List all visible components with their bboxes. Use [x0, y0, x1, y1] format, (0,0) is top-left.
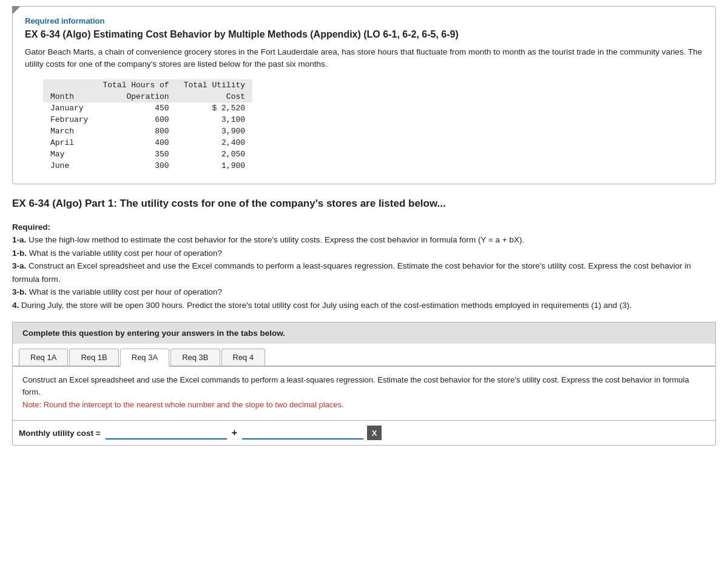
- tab-main-text: Construct an Excel spreadsheet and use t…: [22, 374, 706, 399]
- table-row: January 450 $ 2,520: [43, 102, 252, 114]
- part-title: EX 6-34 (Algo) Part 1: The utility costs…: [12, 198, 716, 210]
- page-wrapper: Required information EX 6-34 (Algo) Esti…: [12, 6, 716, 446]
- tab-req3a[interactable]: Req 3A: [120, 349, 169, 367]
- answer-row: Monthly utility cost = + X: [13, 420, 715, 445]
- required-header: Required:: [12, 222, 50, 232]
- table-row: March 800 3,900: [43, 125, 252, 137]
- hours-cell: 400: [95, 137, 176, 149]
- x-label: X: [372, 429, 377, 438]
- table-row: May 350 2,050: [43, 149, 252, 160]
- hours-cell: 800: [95, 125, 176, 137]
- requirements-list: 1-a. Use the high-low method to estimate…: [12, 233, 716, 312]
- tab-req4[interactable]: Req 4: [221, 349, 266, 366]
- ex-title: EX 6-34 (Algo) Estimating Cost Behavior …: [25, 29, 703, 40]
- cost-cell: $ 2,520: [177, 102, 252, 114]
- tab-content: Construct an Excel spreadsheet and use t…: [13, 367, 715, 420]
- month-cell: January: [43, 102, 95, 114]
- data-table: Total Hours of Total Utility Month Opera…: [43, 79, 252, 172]
- table-body: January 450 $ 2,520 February 600 3,100 M…: [43, 102, 252, 172]
- requirement-3a: 3-a. Construct an Excel spreadsheet and …: [12, 259, 716, 286]
- month-cell: March: [43, 125, 95, 137]
- requirement-1a: 1-a. Use the high-low method to estimate…: [12, 233, 716, 247]
- requirement-3b: 3-b. What is the variable utility cost p…: [12, 286, 716, 299]
- col2-header2: Operation: [95, 91, 176, 102]
- table-header-bottom: Month Operation Cost: [43, 91, 252, 102]
- required-info-box: Required information EX 6-34 (Algo) Esti…: [12, 6, 716, 184]
- tab-req1a[interactable]: Req 1A: [19, 349, 68, 366]
- requirement-4: 4. During July, the store will be open 3…: [12, 299, 716, 312]
- required-label: Required information: [25, 16, 703, 25]
- tabs-row: Req 1AReq 1BReq 3AReq 3BReq 4: [13, 344, 715, 367]
- req-text-1a: Use the high-low method to estimate the …: [26, 235, 524, 244]
- cost-cell: 1,900: [177, 160, 252, 172]
- cost-cell: 3,100: [177, 114, 252, 125]
- cost-cell: 2,050: [177, 149, 252, 160]
- complete-header: Complete this question by entering your …: [13, 323, 715, 344]
- corner-decoration: [12, 6, 21, 15]
- month-cell: April: [43, 137, 95, 149]
- hours-cell: 600: [95, 114, 176, 125]
- answer-input-2[interactable]: [242, 426, 363, 440]
- complete-box: Complete this question by entering your …: [12, 322, 716, 446]
- table-header-top: Total Hours of Total Utility: [43, 79, 252, 91]
- x-button[interactable]: X: [367, 426, 382, 440]
- table-row: February 600 3,100: [43, 114, 252, 125]
- plus-sign: +: [232, 427, 237, 438]
- hours-cell: 300: [95, 160, 176, 172]
- month-cell: June: [43, 160, 95, 172]
- description: Gator Beach Marts, a chain of convenienc…: [25, 46, 703, 71]
- table-row: June 300 1,900: [43, 160, 252, 172]
- requirement-1b: 1-b. What is the variable utility cost p…: [12, 247, 716, 260]
- month-cell: May: [43, 149, 95, 160]
- cost-cell: 2,400: [177, 137, 252, 149]
- req-label-1b: 1-b.: [12, 249, 27, 258]
- req-label-3a: 3-a.: [12, 261, 26, 270]
- col3-header1: Total Utility: [177, 79, 252, 91]
- tab-req1b[interactable]: Req 1B: [69, 349, 118, 366]
- req-text-3a: Construct an Excel spreadsheet and use t…: [12, 261, 691, 284]
- table-row: April 400 2,400: [43, 137, 252, 149]
- col1-header1: [43, 79, 95, 91]
- req-label-4: 4.: [12, 301, 19, 310]
- tab-req3b[interactable]: Req 3B: [170, 349, 220, 366]
- col3-header2: Cost: [177, 91, 252, 102]
- month-cell: February: [43, 114, 95, 125]
- req-text-3b: What is the variable utility cost per ho…: [27, 287, 222, 296]
- hours-cell: 350: [95, 149, 176, 160]
- col2-header1: Total Hours of: [95, 79, 176, 91]
- answer-input-1[interactable]: [106, 426, 227, 440]
- req-label-3b: 3-b.: [12, 287, 27, 296]
- req-text-1b: What is the variable utility cost per ho…: [27, 249, 222, 258]
- tab-note: Note: Round the intercept to the nearest…: [22, 399, 706, 412]
- cost-cell: 3,900: [177, 125, 252, 137]
- required-section: Required: 1-a. Use the high-low method t…: [12, 221, 716, 312]
- req-text-4: During July, the store will be open 300 …: [19, 301, 632, 310]
- req-label-1a: 1-a.: [12, 235, 26, 244]
- col1-header2: Month: [43, 91, 95, 102]
- hours-cell: 450: [95, 102, 176, 114]
- answer-label: Monthly utility cost =: [19, 429, 101, 438]
